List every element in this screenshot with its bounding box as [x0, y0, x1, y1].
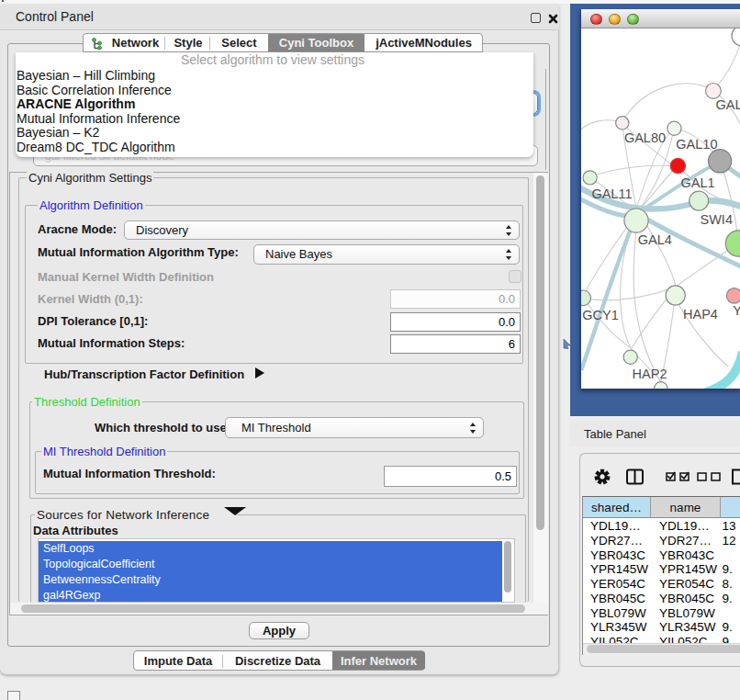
svg-text:HAP2: HAP2	[633, 367, 667, 381]
svg-text:GAL4: GAL4	[638, 232, 672, 247]
svg-text:Y: Y	[733, 303, 740, 318]
svg-text:GAL: GAL	[716, 97, 740, 112]
svg-text:GCY1: GCY1	[582, 308, 619, 322]
svg-text:SWI4: SWI4	[701, 212, 733, 227]
svg-text:GAL10: GAL10	[676, 137, 717, 152]
svg-text:HAP4: HAP4	[683, 307, 718, 322]
svg-text:GAL1: GAL1	[681, 175, 715, 190]
svg-text:GAL11: GAL11	[591, 186, 632, 201]
svg-text:GAL80: GAL80	[624, 130, 666, 145]
